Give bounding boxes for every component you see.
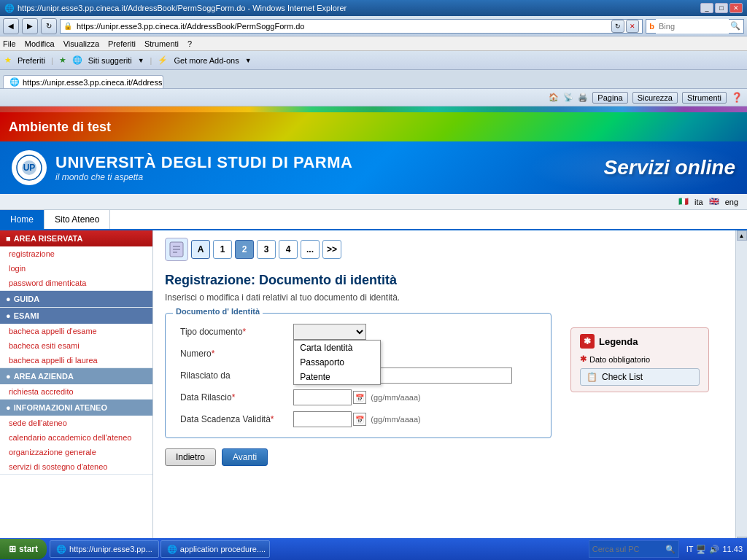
uk-flag-icon: 🇬🇧 (709, 197, 719, 206)
taskbar-item-browser[interactable]: 🌐 https://unipr.esse3.pp... (50, 540, 159, 558)
start-button[interactable]: ⊞ start (0, 539, 47, 559)
sidebar-link-servizi-sostegno[interactable]: servizi di sostegno d'ateneo (0, 459, 152, 474)
browser-toolbar: ◀ ▶ ↻ 🔒 https://unipr.esse3.pp.cineca.it… (0, 16, 747, 36)
esami-header[interactable]: ● ESAMI (0, 308, 152, 324)
chevron-addons-icon[interactable]: ▼ (245, 57, 252, 64)
chevron-siti-icon[interactable]: ▼ (138, 57, 144, 64)
sidebar: ■ AREA RISERVATA registrazione login pas… (0, 230, 153, 541)
sidebar-link-richiesta-accredito[interactable]: richiesta accredito (0, 384, 152, 399)
back-form-button[interactable]: Indietro (165, 448, 216, 466)
option-patente[interactable]: Patente (294, 370, 380, 384)
step-1[interactable]: 1 (213, 240, 232, 259)
tipo-documento-cell: Carta Identità Passaporto Patente Carta … (289, 321, 541, 343)
legenda-panel: ✱ Legenda ✱ Dato obbligatorio 📋 Check Li… (563, 313, 724, 400)
info-ateneo-header[interactable]: ● INFORMAZIONI ATENEO (0, 400, 152, 416)
search-icon[interactable]: 🔍 (730, 21, 740, 31)
option-carta-identita[interactable]: Carta Identità (294, 341, 380, 355)
data-rilascio-calendar-button[interactable]: 📅 (353, 391, 366, 404)
step-3[interactable]: 3 (257, 240, 276, 259)
sidebar-link-login[interactable]: login (0, 261, 152, 276)
menu-modifica[interactable]: Modifica (25, 39, 55, 48)
sidebar-link-bacheca-appelli-laurea[interactable]: bacheca appelli di laurea (0, 353, 152, 368)
sidebar-link-calendario[interactable]: calendario accademico dell'ateneo (0, 430, 152, 445)
italy-flag-icon: 🇮🇹 (678, 197, 689, 206)
taskbar-search-icon[interactable]: 🔍 (665, 545, 676, 554)
sidebar-link-registrazione[interactable]: registrazione (0, 246, 152, 261)
browser-titlebar: 🌐 https://unipr.esse3.pp.cineca.it/Addre… (0, 0, 747, 16)
data-scadenza-calendar-button[interactable]: 📅 (353, 413, 366, 426)
scroll-right[interactable]: ▲ ▼ (735, 230, 747, 541)
option-passaporto[interactable]: Passaporto (294, 355, 380, 370)
checklist-icon: 📋 (587, 372, 597, 382)
checklist-button[interactable]: 📋 Check List (580, 368, 700, 386)
bing-icon: b (649, 22, 654, 31)
step-a[interactable]: A (191, 240, 210, 259)
university-name-block: UNIVERSITÀ DEGLI STUDI DI PARMA il mondo… (55, 153, 352, 182)
circle-icon4: ● (6, 403, 11, 412)
wizard-steps: A 1 2 3 4 ... >> (165, 238, 724, 261)
favorites-label[interactable]: Preferiti (18, 56, 45, 65)
taskbar-item-app-label: application procedure.... (180, 545, 266, 553)
clock-display: 11.43 (722, 545, 743, 553)
esami-label: ESAMI (14, 311, 39, 320)
get-addons[interactable]: Get more Add-ons (174, 56, 239, 65)
refresh-address-button[interactable]: ↻ (611, 20, 624, 33)
taskbar-search-input[interactable] (592, 545, 665, 553)
step-4[interactable]: 4 (279, 240, 298, 259)
forward-button[interactable]: ▶ (22, 18, 38, 34)
area-riservata-header[interactable]: ■ AREA RISERVATA (0, 230, 152, 246)
rainbow-bar (0, 106, 747, 112)
sidebar-link-bacheca-appelli-esame[interactable]: bacheca appelli d'esame (0, 324, 152, 338)
lang-eng[interactable]: eng (725, 198, 738, 206)
data-rilascio-group: 📅 (gg/mm/aaaa) (293, 389, 536, 405)
help-icon[interactable]: ❓ (731, 92, 743, 103)
nav-sito-ateneo[interactable]: Sito Ateneo (44, 210, 110, 229)
feeds-icon: 📡 (563, 93, 573, 102)
lang-ita[interactable]: ita (694, 198, 703, 206)
sidebar-section-info-ateneo: ● INFORMAZIONI ATENEO sede dell'ateneo c… (0, 400, 152, 475)
area-azienda-header[interactable]: ● AREA AZIENDA (0, 368, 152, 384)
search-input[interactable] (656, 19, 729, 34)
refresh-button[interactable]: ↻ (41, 18, 57, 34)
menu-strumenti[interactable]: Strumenti (144, 39, 179, 48)
data-rilascio-input[interactable] (293, 389, 352, 405)
step-next-arrow[interactable]: >> (322, 240, 341, 259)
active-tab[interactable]: 🌐 https://unipr.esse3.pp.cineca.it/Addre… (3, 75, 163, 88)
stop-button[interactable]: ✕ (626, 20, 639, 33)
numero-label: Numero* (176, 343, 289, 365)
menu-file[interactable]: File (3, 39, 16, 48)
taskbar-item-app[interactable]: 🌐 application procedure.... (160, 540, 270, 558)
info-ateneo-label: INFORMAZIONI ATENEO (14, 403, 107, 412)
nav-home[interactable]: Home (0, 210, 44, 229)
close-button[interactable]: ✕ (729, 3, 743, 13)
tipo-documento-select[interactable]: Carta Identità Passaporto Patente (293, 324, 366, 340)
lang-indicator: IT (686, 545, 694, 553)
step-ellipsis[interactable]: ... (301, 240, 320, 259)
minimize-button[interactable]: _ (700, 3, 713, 13)
data-scadenza-input[interactable] (293, 411, 352, 427)
guida-header[interactable]: ● GUIDA (0, 291, 152, 307)
scroll-up-button[interactable]: ▲ (737, 230, 747, 241)
back-button[interactable]: ◀ (3, 18, 19, 34)
menu-help[interactable]: ? (187, 39, 192, 48)
ssl-lock-icon: 🔒 (63, 22, 72, 30)
sidebar-link-password-dimenticata[interactable]: password dimenticata (0, 276, 152, 290)
step-2[interactable]: 2 (235, 240, 254, 259)
restore-button[interactable]: □ (715, 3, 728, 13)
emblem-svg: UP (16, 155, 42, 181)
test-banner-text: Ambiente di test (9, 120, 111, 135)
form-subtitle: Inserisci o modifica i dati relativi al … (165, 292, 724, 303)
next-form-button[interactable]: Avanti (222, 448, 268, 466)
sidebar-link-organizzazione[interactable]: organizzazione generale (0, 445, 152, 459)
sicurezza-button[interactable]: Sicurezza (632, 92, 678, 104)
taskbar-item-browser-label: https://unipr.esse3.pp... (69, 545, 152, 553)
sidebar-link-sede-ateneo[interactable]: sede dell'ateneo (0, 416, 152, 430)
menu-visualizza[interactable]: Visualizza (63, 39, 99, 48)
green-star-icon: ★ (59, 55, 66, 65)
strumenti-ie-button[interactable]: Strumenti (682, 92, 727, 104)
taskbar: ⊞ start 🌐 https://unipr.esse3.pp... 🌐 ap… (0, 538, 747, 560)
menu-preferiti[interactable]: Preferiti (108, 39, 136, 48)
sidebar-link-bacheca-esiti-esami[interactable]: bacheca esiti esami (0, 338, 152, 353)
siti-suggeriti[interactable]: Siti suggeriti (88, 56, 132, 65)
pagina-button[interactable]: Pagina (592, 92, 627, 104)
